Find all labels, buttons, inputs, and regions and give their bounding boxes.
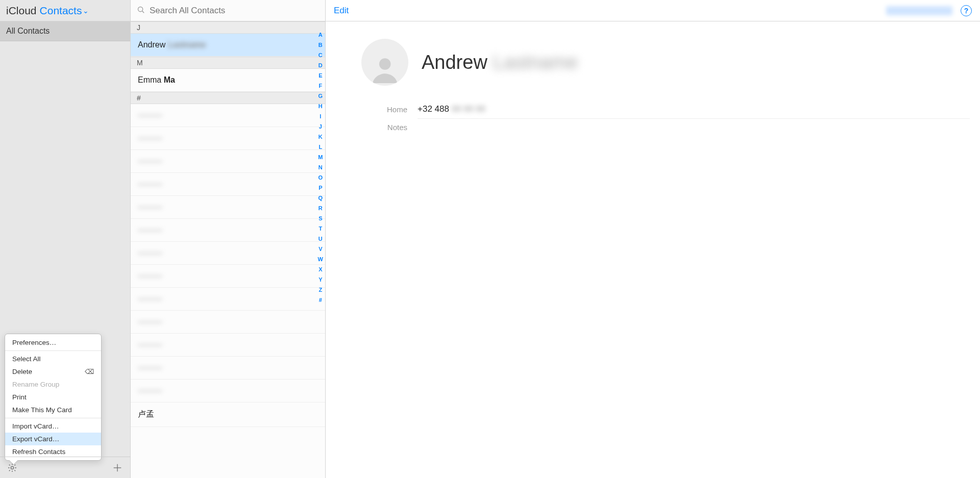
phone-prefix: +32 488 — [418, 104, 449, 114]
alpha-letter[interactable]: J — [319, 122, 322, 131]
section-header: # — [131, 92, 325, 104]
edit-button[interactable]: Edit — [334, 6, 349, 16]
menu-separator — [5, 418, 101, 418]
contact-card-header: Andrew Lastname — [326, 21, 980, 96]
list-item[interactable]: Andrew Lastname — [131, 34, 325, 57]
list-item[interactable]: ——— — [131, 311, 325, 334]
alpha-letter[interactable]: U — [318, 235, 323, 243]
menu-delete[interactable]: Delete ⌫ — [5, 365, 101, 378]
section-header: J — [131, 21, 325, 34]
group-all-contacts[interactable]: All Contacts — [0, 21, 130, 41]
alpha-letter[interactable]: N — [318, 163, 323, 172]
alpha-letter[interactable]: X — [318, 265, 322, 274]
settings-menu: Preferences… Select All Delete ⌫ Rename … — [5, 334, 102, 461]
gear-icon[interactable] — [7, 463, 17, 473]
contact-list-column: JAndrew LastnameMEmma Ma#———————————————… — [131, 0, 326, 478]
list-item[interactable]: ——— — [131, 196, 325, 219]
svg-line-4 — [142, 11, 144, 13]
alpha-letter[interactable]: C — [318, 51, 323, 60]
contact-name: Andrew Lastname — [422, 52, 578, 73]
menu-preferences[interactable]: Preferences… — [5, 336, 101, 349]
search-row — [131, 0, 325, 21]
alpha-letter[interactable]: # — [319, 296, 322, 305]
alpha-letter[interactable]: Z — [318, 286, 322, 294]
contact-detail-pane: Edit ? Andrew Lastname Home +32 488 00 0… — [326, 0, 980, 478]
alpha-index[interactable]: ABCDEFGHIJKLMNOPQRSTUVWXYZ# — [318, 31, 323, 305]
list-item[interactable]: ——— — [131, 265, 325, 288]
first-name: Andrew — [422, 52, 487, 73]
alpha-letter[interactable]: Y — [318, 275, 322, 284]
svg-point-0 — [11, 466, 13, 469]
contact-fields: Home +32 488 00 00 00 Notes — [326, 96, 980, 140]
account-label-redacted[interactable] — [886, 6, 952, 15]
menu-rename-group: Rename Group — [5, 378, 101, 391]
chevron-down-icon: ⌄ — [83, 7, 89, 15]
menu-export-vcard[interactable]: Export vCard… — [5, 433, 101, 445]
alpha-letter[interactable]: R — [318, 204, 323, 213]
list-item[interactable]: ——— — [131, 150, 325, 173]
list-item[interactable]: ——— — [131, 357, 325, 380]
alpha-letter[interactable]: F — [318, 82, 322, 90]
list-item[interactable]: ——— — [131, 219, 325, 242]
plus-icon[interactable] — [112, 462, 123, 473]
list-item[interactable]: ——— — [131, 127, 325, 150]
alpha-letter[interactable]: B — [318, 41, 323, 49]
alpha-letter[interactable]: P — [318, 184, 322, 192]
alpha-letter[interactable]: K — [318, 133, 323, 141]
alpha-letter[interactable]: V — [318, 245, 322, 254]
contact-list[interactable]: JAndrew LastnameMEmma Ma#———————————————… — [131, 21, 325, 478]
menu-print[interactable]: Print — [5, 391, 101, 404]
alpha-letter[interactable]: S — [318, 214, 322, 223]
list-item[interactable]: ——— — [131, 334, 325, 357]
notes-label: Notes — [361, 123, 407, 132]
detail-header: Edit ? — [326, 0, 980, 21]
alpha-letter[interactable]: A — [318, 31, 323, 39]
menu-separator — [5, 350, 101, 351]
top-actions: ? — [886, 5, 972, 16]
section-header: M — [131, 57, 325, 69]
alpha-letter[interactable]: G — [318, 92, 323, 100]
brand-label: iCloud — [6, 5, 37, 17]
phone-value: +32 488 00 00 00 — [418, 104, 485, 114]
last-name-redacted: Lastname — [493, 52, 578, 73]
alpha-letter[interactable]: D — [318, 61, 323, 70]
notes-row: Notes — [361, 119, 970, 136]
list-item[interactable]: ——— — [131, 380, 325, 402]
list-item[interactable]: Emma Ma — [131, 69, 325, 92]
sidebar-footer — [0, 457, 130, 478]
list-item[interactable]: ——— — [131, 173, 325, 196]
menu-delete-label: Delete — [12, 368, 32, 375]
menu-import-vcard[interactable]: Import vCard… — [5, 420, 101, 433]
alpha-letter[interactable]: M — [318, 153, 323, 162]
help-icon[interactable]: ? — [961, 5, 972, 16]
alpha-letter[interactable]: T — [318, 224, 322, 233]
section-label: Contacts — [40, 5, 82, 17]
alpha-letter[interactable]: W — [318, 255, 323, 264]
alpha-letter[interactable]: I — [320, 112, 321, 121]
phone-row: Home +32 488 00 00 00 — [361, 100, 970, 118]
section-dropdown[interactable]: Contacts ⌄ — [40, 5, 89, 17]
menu-make-my-card[interactable]: Make This My Card — [5, 404, 101, 416]
search-icon — [137, 6, 145, 16]
svg-point-3 — [138, 7, 142, 11]
menu-select-all[interactable]: Select All — [5, 353, 101, 365]
alpha-letter[interactable]: L — [318, 143, 322, 152]
groups-sidebar: iCloud Contacts ⌄ All Contacts Preferenc… — [0, 0, 131, 478]
alpha-letter[interactable]: E — [318, 71, 322, 80]
phone-redacted: 00 00 00 — [452, 104, 485, 114]
alpha-letter[interactable]: Q — [318, 194, 323, 203]
app-header: iCloud Contacts ⌄ — [0, 0, 130, 21]
list-item[interactable]: ——— — [131, 104, 325, 127]
phone-label: Home — [361, 105, 407, 114]
backspace-icon: ⌫ — [85, 368, 94, 375]
avatar — [361, 39, 408, 86]
list-item[interactable]: 卢孟 — [131, 402, 325, 427]
svg-point-5 — [379, 58, 391, 70]
search-input[interactable] — [150, 6, 319, 16]
alpha-letter[interactable]: O — [318, 173, 323, 182]
list-item[interactable]: ——— — [131, 242, 325, 265]
list-item[interactable]: ——— — [131, 288, 325, 311]
alpha-letter[interactable]: H — [318, 102, 323, 111]
